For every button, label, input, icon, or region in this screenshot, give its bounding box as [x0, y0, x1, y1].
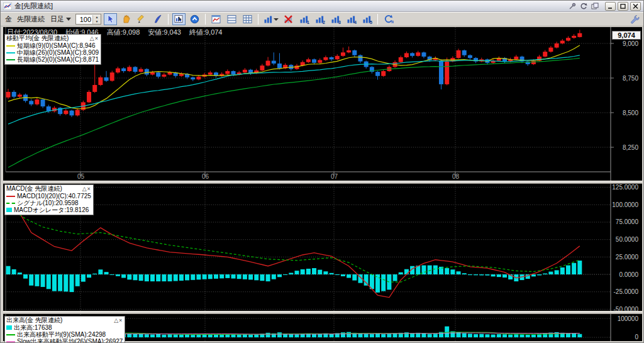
pointer-icon: [106, 14, 115, 24]
minimize-button[interactable]: [605, 2, 616, 11]
svg-text:0: 0: [635, 334, 638, 340]
symbol-label: 金: [5, 14, 12, 24]
preset-number: 4: [354, 20, 357, 25]
draw-freehand-button[interactable]: [151, 13, 164, 25]
close-button[interactable]: [630, 2, 641, 11]
legend-item: シグナル(10):20.9598: [17, 200, 79, 206]
svg-text:-50.0000: -50.0000: [614, 306, 639, 311]
bar-chart-icon: [264, 14, 273, 24]
toolbar: 金 先限連続 日足 ▲▼: [1, 12, 643, 26]
legend-item: MACD(10)(20)(C):40.7725: [17, 193, 91, 200]
legend-title: 移動平均(金 先限連続): [6, 35, 69, 42]
chevron-down-icon: [274, 18, 279, 21]
ma26-line-swatch: [6, 52, 15, 53]
bar-count-input[interactable]: [76, 16, 92, 23]
legend-item: MACDオシレータ:19.8126: [14, 206, 89, 213]
toolbar-separator: [168, 14, 169, 25]
svg-text:9,000: 9,000: [623, 40, 638, 47]
stepper-arrows[interactable]: ▲▼: [92, 15, 101, 24]
macd-legend: MACD(金 先限連続) △× MACD(10)(20)(C):40.7725 …: [4, 184, 94, 215]
toolbar-separator: [377, 14, 378, 25]
volume-ma9-swatch: [6, 334, 15, 335]
contract-label: 先限連続: [17, 14, 45, 24]
pencil-icon: [137, 14, 147, 24]
title-bar[interactable]: 金[先限連続]: [1, 1, 643, 12]
svg-text:100.0000: 100.0000: [612, 201, 638, 208]
bar-count-stepper[interactable]: ▲▼: [75, 14, 101, 25]
svg-text:05: 05: [77, 173, 85, 180]
status-low: 安値:9,043: [148, 28, 181, 37]
draw-line-button[interactable]: [135, 13, 148, 25]
legend-item: 短期線(9)(0)(SMA)(C):8,946: [17, 42, 95, 49]
window-chart-icon: [211, 14, 221, 24]
volume-swatch: [6, 325, 12, 330]
popout-icon[interactable]: [590, 2, 599, 10]
hand-icon: [121, 14, 131, 24]
pin-icon[interactable]: [567, 2, 577, 10]
chart-type-button[interactable]: [262, 13, 279, 25]
svg-text:08: 08: [452, 173, 460, 180]
legend-item: 中期線(26)(0)(SMA)(C):8,909: [17, 49, 99, 56]
svg-text:06: 06: [202, 173, 209, 180]
volume-ma26-swatch: [6, 341, 15, 342]
toolbar-separator: [258, 14, 258, 25]
macd-panel[interactable]: 125.0000100.000075.000050.000025.00000.0…: [3, 184, 642, 311]
quill-icon: [153, 14, 162, 24]
crosshair-tool-button[interactable]: [172, 13, 186, 25]
indicator-preset-5-button[interactable]: 5: [360, 13, 374, 25]
ma-legend: 移動平均(金 先限連続) △× 短期線(9)(0)(SMA)(C):8,946 …: [4, 34, 101, 65]
delete-indicator-button[interactable]: [282, 13, 295, 25]
legend-collapse-close-buttons[interactable]: △×: [82, 185, 91, 193]
delete-chart-icon: [284, 14, 293, 24]
chevron-down-icon: [66, 18, 71, 21]
status-close: 終値:9,074: [189, 28, 223, 37]
new-chart-window-button[interactable]: [209, 13, 223, 25]
legend-item: 長期線(52)(0)(SMA)(C):8,871: [17, 56, 99, 63]
preset-number: 2: [323, 20, 325, 25]
volume-legend: 出来高(金 先限連続) △× 出来高:17638 出来高移動平均(9)(SMA)…: [4, 316, 125, 343]
svg-text:75.0000: 75.0000: [616, 218, 639, 225]
ma9-line-swatch: [6, 45, 15, 47]
timeframe-dropdown[interactable]: 日足: [48, 14, 73, 25]
maximize-button[interactable]: [618, 2, 628, 11]
indicator-preset-2-button[interactable]: 2: [313, 13, 326, 25]
svg-text:125.0000: 125.0000: [612, 184, 638, 191]
pointer-tool-button[interactable]: [104, 13, 117, 25]
chart-cursor-icon: [174, 14, 184, 24]
layout-grid-icon: [243, 14, 252, 24]
pan-tool-button[interactable]: [119, 13, 133, 25]
scroll-latest-button[interactable]: [188, 13, 201, 25]
legend-collapse-close-buttons[interactable]: △×: [114, 317, 123, 324]
macd-chart[interactable]: 125.0000100.000075.000050.000025.00000.0…: [3, 184, 642, 311]
indicator-preset-1-button[interactable]: 1: [297, 13, 311, 25]
legend-item: Slow出来高移動平均(26)(SMA):26927: [17, 338, 123, 343]
svg-text:25.0000: 25.0000: [616, 254, 639, 261]
svg-text:0.0000: 0.0000: [619, 271, 638, 278]
reload-icon[interactable]: [579, 2, 588, 10]
svg-text:8,500: 8,500: [623, 110, 638, 116]
chart-region: 050607089,0008,7508,5008,250 125.0000100…: [3, 27, 642, 341]
legend-item: 出来高:17638: [14, 324, 52, 331]
oscillator-swatch: [6, 208, 12, 212]
toolbar-separator: [205, 14, 206, 25]
refresh-chart-button[interactable]: R: [382, 13, 395, 25]
status-high: 高値:9,098: [107, 28, 140, 37]
layout-rows-button[interactable]: [225, 13, 238, 25]
settings-wrench-button[interactable]: [630, 14, 640, 24]
indicator-preset-4-button[interactable]: 4: [345, 13, 358, 25]
app-chart-icon: [3, 3, 12, 10]
svg-text:8,250: 8,250: [623, 144, 638, 151]
wrench-icon: [630, 14, 640, 24]
circle-up-icon: [190, 14, 199, 24]
svg-text:50.0000: 50.0000: [616, 236, 639, 243]
svg-text:07: 07: [331, 173, 338, 180]
macd-line-swatch: [6, 196, 15, 197]
preset-number: 1: [307, 20, 309, 25]
legend-item: 出来高移動平均(9)(SMA):24298: [17, 331, 106, 338]
indicator-preset-3-button[interactable]: 3: [329, 13, 342, 25]
legend-collapse-close-buttons[interactable]: △×: [90, 35, 99, 42]
svg-text:100000: 100000: [618, 315, 639, 322]
svg-text:8,750: 8,750: [623, 75, 638, 82]
svg-text:R: R: [391, 20, 394, 24]
layout-grid-button[interactable]: [241, 13, 254, 25]
